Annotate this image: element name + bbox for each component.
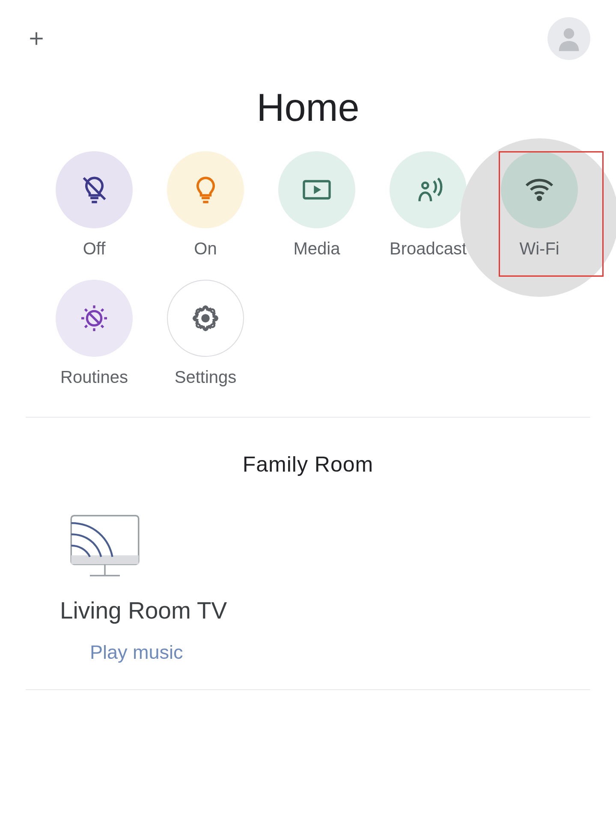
svg-rect-19 <box>71 555 139 564</box>
play-media-icon <box>300 173 334 207</box>
svg-point-5 <box>423 182 428 188</box>
quick-action-media[interactable]: Media <box>278 151 355 258</box>
cast-tv-icon <box>60 511 150 584</box>
quick-action-on[interactable]: On <box>167 151 244 258</box>
section-divider <box>26 689 590 690</box>
quick-action-label: Wi-Fi <box>519 239 559 258</box>
svg-line-15 <box>85 326 87 328</box>
svg-point-2 <box>564 28 574 39</box>
quick-action-circle <box>56 280 133 357</box>
person-icon <box>554 24 584 54</box>
plus-icon <box>27 29 46 48</box>
wifi-icon <box>522 173 556 207</box>
add-button[interactable] <box>26 28 47 49</box>
app-header <box>0 0 616 73</box>
quick-action-routines[interactable]: Routines <box>56 280 133 387</box>
quick-action-circle <box>390 151 467 228</box>
quick-action-circle <box>167 151 244 228</box>
svg-line-14 <box>101 326 104 328</box>
lightbulb-off-icon <box>78 174 110 206</box>
quick-action-label: Broadcast <box>390 239 467 258</box>
quick-action-broadcast[interactable]: Broadcast <box>390 151 467 258</box>
svg-line-13 <box>85 309 87 311</box>
quick-action-circle <box>501 151 578 228</box>
quick-action-label: Media <box>294 239 340 258</box>
quick-action-settings[interactable]: Settings <box>167 280 244 387</box>
room-title: Family Room <box>0 426 616 511</box>
svg-point-17 <box>202 315 209 322</box>
device-card[interactable]: Living Room TV Play music <box>0 511 616 664</box>
device-icon-wrap <box>60 511 150 580</box>
lightbulb-on-icon <box>190 174 222 206</box>
section-divider <box>26 417 590 418</box>
quick-actions-grid: Off On Media B <box>0 151 616 408</box>
svg-point-6 <box>538 197 541 200</box>
quick-action-circle <box>56 151 133 228</box>
quick-action-label: Settings <box>175 368 237 387</box>
routines-icon <box>77 301 111 335</box>
quick-action-label: On <box>194 239 217 258</box>
device-name: Living Room TV <box>60 597 616 624</box>
gear-icon <box>193 305 218 331</box>
device-play-music-action[interactable]: Play music <box>60 641 616 664</box>
broadcast-icon <box>411 173 445 207</box>
quick-action-label: Routines <box>60 368 128 387</box>
quick-action-off[interactable]: Off <box>56 151 133 258</box>
svg-line-16 <box>101 309 104 311</box>
quick-action-label: Off <box>83 239 106 258</box>
svg-line-8 <box>89 313 99 323</box>
profile-avatar[interactable] <box>548 17 590 60</box>
quick-action-wifi[interactable]: Wi-Fi <box>501 151 578 258</box>
quick-action-circle <box>278 151 355 228</box>
quick-action-circle <box>167 280 244 357</box>
